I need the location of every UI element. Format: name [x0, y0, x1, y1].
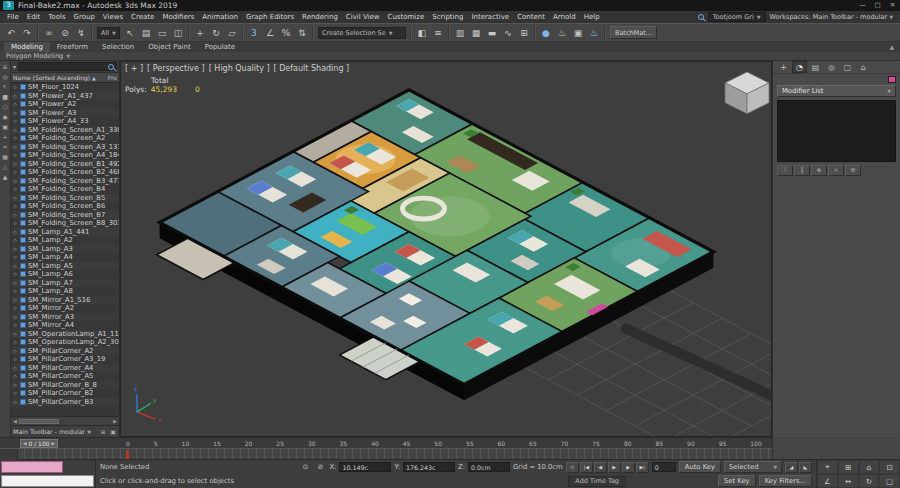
ribbon-tab-populate[interactable]: Populate [198, 42, 242, 52]
expand-icon[interactable]: ◇ [13, 399, 18, 405]
explorer-row[interactable]: ◇SM_Folding_Screen_B8_303 [11, 219, 119, 228]
second-column-header[interactable]: Pro [107, 74, 117, 81]
set-key-button[interactable]: Set Key [718, 475, 756, 487]
unlink-selection-icon[interactable]: ⊘ [57, 25, 73, 40]
explorer-row[interactable]: ◇SM_Folding_Screen_B2_468 [11, 168, 119, 177]
expand-icon[interactable]: ◇ [13, 144, 18, 150]
current-frame-marker[interactable] [126, 450, 129, 459]
explorer-row[interactable]: ◇SM_Flower_A1_437 [11, 92, 119, 101]
expand-icon[interactable]: ◇ [13, 118, 18, 124]
select-object-icon[interactable]: ↖ [122, 25, 138, 40]
spinner-snap-icon[interactable]: ⇅ [294, 25, 310, 40]
explorer-row[interactable]: ◇SM_Folding_Screen_A2 [11, 134, 119, 143]
time-slider-track[interactable]: ◀ 0 / 100 ▶ 0510152025303540455055606570… [0, 437, 772, 448]
expand-icon[interactable]: ◇ [13, 280, 18, 286]
explorer-row[interactable]: ◇SM_Flower_A2 [11, 100, 119, 109]
menu-create[interactable]: Create [127, 11, 158, 23]
expand-icon[interactable]: ◇ [13, 195, 18, 201]
filter-geometry-icon[interactable]: ■ [1, 93, 10, 101]
explorer-hscrollbar[interactable]: ◀ ▶ [11, 416, 119, 425]
y-coordinate-field[interactable]: 176.243c [403, 462, 455, 472]
menu-scripting[interactable]: Scripting [428, 11, 467, 23]
select-and-rotate-icon[interactable]: ↻ [208, 25, 224, 40]
modifier-list-dropdown[interactable]: Modifier List ▼ [777, 85, 896, 97]
expand-icon[interactable]: ◇ [13, 237, 18, 243]
explorer-menu-icon[interactable]: ≡ [1, 63, 10, 71]
next-frame-nub-icon[interactable]: ▶ [52, 441, 55, 446]
explorer-row[interactable]: ◇SM_Flower_A4_33 [11, 117, 119, 126]
maxscript-mini-listener[interactable] [0, 460, 96, 488]
z-coordinate-field[interactable]: 0.0cm [468, 462, 510, 472]
motion-tab-icon[interactable]: ◎ [824, 61, 839, 73]
expand-icon[interactable]: ◇ [13, 101, 18, 107]
scrollbar-thumb[interactable] [19, 419, 59, 424]
menu-group[interactable]: Group [70, 11, 99, 23]
maxscript-macro-recorder[interactable] [1, 461, 63, 473]
expand-icon[interactable]: ◇ [13, 339, 18, 345]
explorer-row[interactable]: ◇SM_Lamp_A1_441 [11, 228, 119, 237]
ribbon-tab-selection[interactable]: Selection [95, 42, 141, 52]
expand-icon[interactable]: ◇ [13, 246, 18, 252]
menu-content[interactable]: Content [513, 11, 549, 23]
menu-arnold[interactable]: Arnold [549, 11, 580, 23]
expand-icon[interactable]: ◇ [13, 331, 18, 337]
play-icon[interactable]: ▶ [608, 462, 621, 473]
explorer-row[interactable]: ◇SM_PillarCorner_B2 [11, 389, 119, 398]
auto-key-button[interactable]: Auto Key [679, 461, 721, 473]
align-icon[interactable]: ≡ [430, 25, 446, 40]
explorer-row[interactable]: ◇SM_PillarCorner_B3 [11, 398, 119, 407]
expand-icon[interactable]: ◇ [13, 229, 18, 235]
explorer-row[interactable]: ◇SM_Mirror_A2 [11, 304, 119, 313]
menu-help[interactable]: Help [580, 11, 604, 23]
expand-icon[interactable]: ◇ [13, 161, 18, 167]
viewport-shading-menu[interactable]: [ Default Shading ] [274, 64, 350, 73]
explorer-row[interactable]: ◇SM_Lamp_A3 [11, 245, 119, 254]
find-icon[interactable]: ◎ [1, 73, 10, 81]
explorer-row[interactable]: ◇SM_PillarCorner_A2 [11, 347, 119, 356]
render-production-icon[interactable]: ♨ [586, 25, 602, 40]
name-column-header[interactable]: Name (Sorted Ascending) [13, 74, 90, 81]
explorer-row[interactable]: ◇SM_Folding_Screen_A1_330 [11, 126, 119, 135]
sign-in-button[interactable]: Tootjoom Gri ▼ [708, 12, 766, 22]
render-setup-icon[interactable]: ♨ [554, 25, 570, 40]
pin-stack-icon[interactable]: ⊺ [777, 165, 793, 176]
menu-tools[interactable]: Tools [44, 11, 69, 23]
add-time-tag[interactable]: Add Time Tag [568, 476, 626, 487]
modifier-stack[interactable] [777, 100, 896, 162]
time-slider[interactable]: ◀ 0 / 100 ▶ [20, 439, 58, 448]
ribbon-tab-modeling[interactable]: Modeling [4, 42, 50, 52]
expand-icon[interactable]: ◇ [13, 110, 18, 116]
utilities-tab-icon[interactable]: ⌂ [856, 61, 871, 73]
menu-modifiers[interactable]: Modifiers [158, 11, 198, 23]
explorer-row[interactable]: ◇SM_Folding_Screen_B3_477 [11, 177, 119, 186]
bind-to-space-warp-icon[interactable]: ↯ [73, 25, 89, 40]
isolate-selection-icon[interactable]: ⊙ [300, 462, 312, 473]
viewport-quality-menu[interactable]: [ High Quality ] [209, 64, 270, 73]
snaps-toggle-icon[interactable]: 3 [246, 25, 262, 40]
selection-set-icon[interactable]: ▾ [13, 63, 16, 70]
selection-region-icon[interactable]: ▭ [154, 25, 170, 40]
expand-icon[interactable]: ◇ [13, 186, 18, 192]
viewport-general-menu[interactable]: [ + ] [125, 64, 143, 73]
menu-views[interactable]: Views [99, 11, 127, 23]
make-unique-icon[interactable]: ◈ [811, 165, 827, 176]
expand-icon[interactable]: ◇ [13, 348, 18, 354]
menu-interactive[interactable]: Interactive [467, 11, 513, 23]
explorer-config-icon[interactable]: ⊞ [99, 428, 107, 435]
expand-icon[interactable]: ◇ [13, 212, 18, 218]
curve-editor-icon[interactable]: ∿ [500, 25, 516, 40]
filter-shapes-icon[interactable]: ○ [1, 103, 10, 111]
expand-icon[interactable]: ◇ [13, 365, 18, 371]
expand-icon[interactable]: ◇ [13, 356, 18, 362]
select-and-scale-icon[interactable]: ▱ [224, 25, 240, 40]
explorer-row[interactable]: ◇SM_PillarCorner_A4 [11, 364, 119, 373]
display-tab-icon[interactable]: ▢ [840, 61, 855, 73]
key-filters-button[interactable]: Key Filters... [759, 475, 812, 487]
previous-frame-icon[interactable]: ◀ [594, 462, 607, 473]
explorer-row[interactable]: ◇SM_Lamp_A5 [11, 262, 119, 271]
viewport-perspective[interactable]: x y z [ + ] [ Perspective ] [ High Quali… [120, 61, 772, 437]
explorer-search-input[interactable] [18, 62, 117, 71]
material-editor-icon[interactable]: ● [538, 25, 554, 40]
expand-icon[interactable]: ◇ [13, 271, 18, 277]
orbit-icon[interactable]: ↻ [859, 474, 880, 488]
